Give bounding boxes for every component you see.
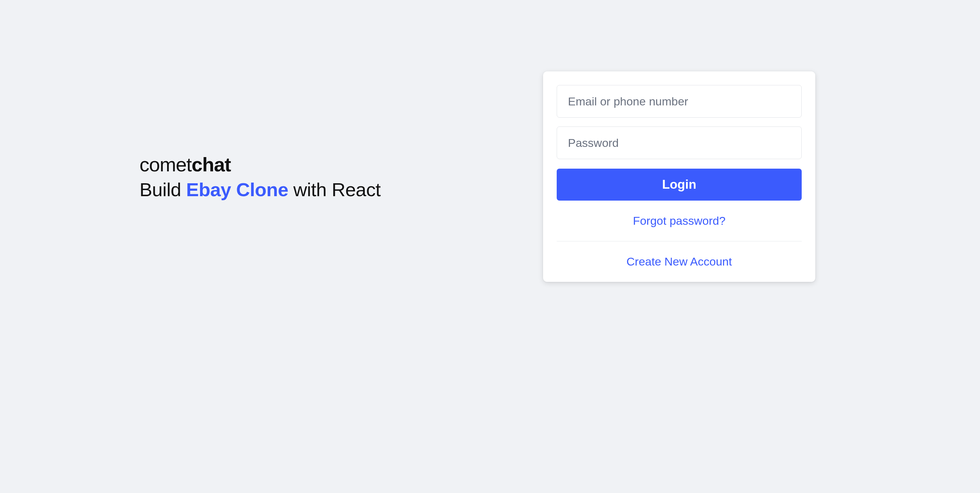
login-button[interactable]: Login: [557, 169, 802, 201]
forgot-password-link[interactable]: Forgot password?: [633, 214, 725, 227]
login-card: Login Forgot password? Create New Accoun…: [543, 71, 815, 282]
branding-section: cometchat Build Ebay Clone with React: [140, 68, 381, 201]
email-input[interactable]: [557, 85, 802, 117]
brand-logo-light: comet: [140, 153, 192, 176]
tagline: Build Ebay Clone with React: [140, 179, 381, 201]
password-input[interactable]: [557, 127, 802, 159]
divider: [557, 241, 802, 241]
brand-logo: cometchat: [140, 153, 381, 176]
brand-logo-bold: chat: [192, 153, 231, 176]
tagline-pre: Build: [140, 179, 186, 200]
tagline-post: with React: [288, 179, 381, 200]
create-account-link[interactable]: Create New Account: [627, 255, 732, 268]
tagline-highlight: Ebay Clone: [186, 179, 288, 200]
